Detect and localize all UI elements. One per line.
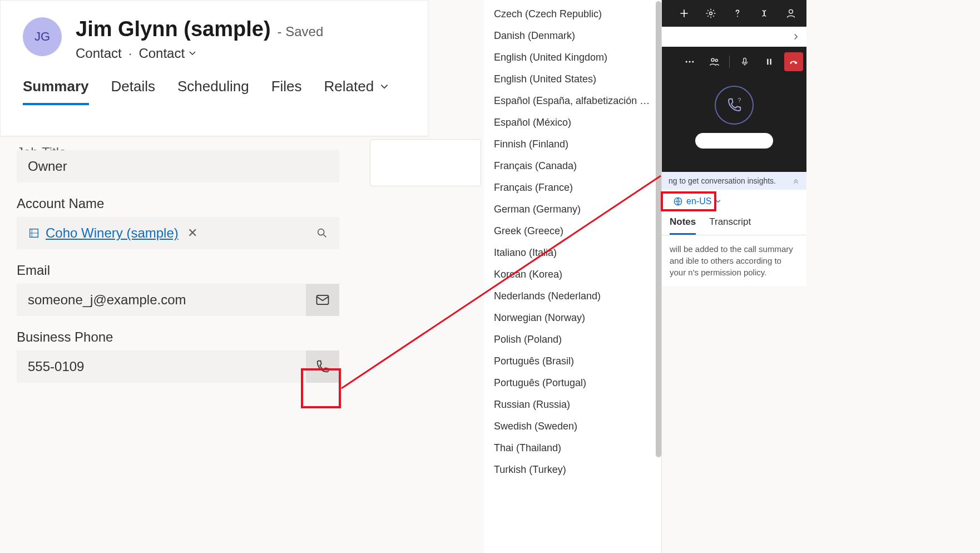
add-button[interactable] — [679, 8, 694, 19]
hangup-button[interactable] — [784, 52, 803, 71]
mute-button[interactable] — [735, 52, 754, 71]
language-option[interactable]: Português (Portugal) — [484, 372, 661, 394]
language-option[interactable]: Swedish (Sweden) — [484, 416, 661, 437]
insight-text: ng to get conversation insights. — [669, 176, 776, 185]
svg-point-4 — [789, 9, 793, 13]
chevron-down-icon — [188, 49, 197, 58]
saved-status: - Saved — [278, 24, 324, 40]
language-option[interactable]: Español (México) — [484, 112, 661, 134]
tab-transcript[interactable]: Transcript — [709, 216, 751, 235]
form-area: Job Title Owner Account Name Coho Winery… — [17, 139, 339, 383]
language-option[interactable]: English (United Kingdom) — [484, 47, 661, 68]
chevron-down-icon — [379, 82, 389, 92]
language-option[interactable]: Português (Brasil) — [484, 350, 661, 372]
help-button[interactable] — [732, 8, 748, 19]
language-list: Czech (Czech Republic)Danish (Denmark)En… — [484, 0, 661, 484]
language-option[interactable]: Nederlands (Nederland) — [484, 285, 661, 307]
language-option[interactable]: Español (España, alfabetización internac… — [484, 90, 661, 112]
lookup-search-button[interactable] — [316, 227, 328, 239]
language-option[interactable]: English (United States) — [484, 68, 661, 90]
profile-button[interactable] — [785, 8, 801, 19]
tab-details[interactable]: Details — [111, 78, 155, 105]
settings-button[interactable] — [705, 8, 721, 19]
contact-name: Jim Glynn (sample) — [76, 17, 271, 41]
language-option[interactable]: Danish (Denmark) — [484, 25, 661, 47]
form-switcher[interactable]: Contact — [138, 46, 197, 61]
language-option[interactable]: Turkish (Turkey) — [484, 459, 661, 481]
svg-point-5 — [686, 61, 687, 63]
account-link[interactable]: Coho Winery (sample) — [46, 225, 179, 241]
divider — [729, 56, 730, 68]
language-option[interactable]: Français (France) — [484, 177, 661, 199]
svg-rect-11 — [767, 59, 768, 65]
more-options-button[interactable] — [680, 52, 699, 71]
call-tabs: Notes Transcript — [662, 213, 806, 235]
avatar: JG — [23, 17, 62, 56]
tab-summary[interactable]: Summary — [23, 78, 89, 105]
language-option[interactable]: Korean (Korea) — [484, 264, 661, 285]
email-field[interactable]: someone_j@example.com — [17, 284, 339, 316]
call-panel: ? ng to get conversation insights. en-US… — [662, 27, 806, 286]
language-option[interactable]: Français (Canada) — [484, 155, 661, 177]
collapse-icon[interactable] — [792, 177, 800, 185]
job-title-value: Owner — [28, 159, 67, 174]
label-account-name: Account Name — [17, 196, 339, 211]
app-toolbar — [662, 0, 806, 27]
caller-name-redacted — [695, 133, 773, 149]
hold-button[interactable] — [760, 52, 779, 71]
assistant-button[interactable] — [759, 8, 774, 19]
call-controls — [662, 47, 806, 71]
svg-rect-2 — [317, 295, 329, 304]
language-option[interactable]: Thai (Thailand) — [484, 437, 661, 459]
call-panel-header — [662, 27, 806, 47]
svg-point-7 — [692, 61, 694, 63]
language-option[interactable]: Finnish (Finland) — [484, 134, 661, 155]
remove-lookup-button[interactable]: ✕ — [187, 226, 197, 240]
entity-icon — [28, 227, 40, 239]
tab-scheduling[interactable]: Scheduling — [177, 78, 249, 105]
send-email-button[interactable] — [306, 284, 339, 316]
breadcrumb-entity: Contact — [76, 46, 122, 61]
notes-body: will be added to the call summary and ib… — [662, 235, 806, 286]
tab-files[interactable]: Files — [271, 78, 302, 105]
language-option[interactable]: Polish (Poland) — [484, 329, 661, 350]
language-option[interactable]: Czech (Czech Republic) — [484, 3, 661, 25]
participants-button[interactable] — [705, 52, 724, 71]
language-option[interactable]: Italiano (Italia) — [484, 242, 661, 264]
breadcrumb-separator: · — [128, 46, 132, 61]
language-option[interactable]: Norwegian (Norway) — [484, 307, 661, 329]
svg-point-9 — [715, 59, 717, 61]
email-value: someone_j@example.com — [28, 292, 186, 308]
language-option[interactable]: German (Germany) — [484, 199, 661, 220]
svg-point-6 — [689, 61, 691, 63]
avatar-initials: JG — [34, 29, 50, 44]
caller-avatar: ? — [715, 86, 754, 125]
scrollbar[interactable] — [656, 1, 661, 457]
svg-point-1 — [318, 229, 324, 235]
expand-icon[interactable] — [791, 32, 801, 42]
tab-related-label: Related — [324, 78, 374, 95]
tabs: Summary Details Scheduling Files Related — [1, 61, 428, 105]
tab-related[interactable]: Related — [324, 78, 390, 105]
side-card-partial — [370, 139, 481, 186]
label-business-phone: Business Phone — [17, 329, 339, 345]
highlight-language-selector — [661, 191, 716, 211]
svg-point-8 — [711, 58, 714, 61]
tab-notes[interactable]: Notes — [670, 216, 696, 235]
account-lookup-chip[interactable]: Coho Winery (sample) ✕ — [28, 225, 197, 241]
mail-icon — [315, 292, 330, 308]
svg-text:?: ? — [738, 97, 741, 103]
form-switcher-label: Contact — [138, 46, 185, 61]
business-phone-field[interactable]: 555-0109 — [17, 350, 339, 383]
phone-value: 555-0109 — [28, 359, 84, 374]
call-video-area: ? — [662, 47, 806, 172]
language-option[interactable]: Russian (Russia) — [484, 394, 661, 416]
contact-card: JG Jim Glynn (sample) - Saved Contact · … — [0, 0, 428, 136]
label-email: Email — [17, 263, 339, 278]
job-title-field[interactable]: Owner — [17, 150, 339, 182]
insight-bar: ng to get conversation insights. — [662, 172, 806, 190]
language-option[interactable]: Greek (Greece) — [484, 220, 661, 242]
account-name-field[interactable]: Coho Winery (sample) ✕ — [17, 217, 339, 249]
svg-rect-10 — [744, 58, 746, 63]
svg-rect-12 — [770, 59, 771, 65]
